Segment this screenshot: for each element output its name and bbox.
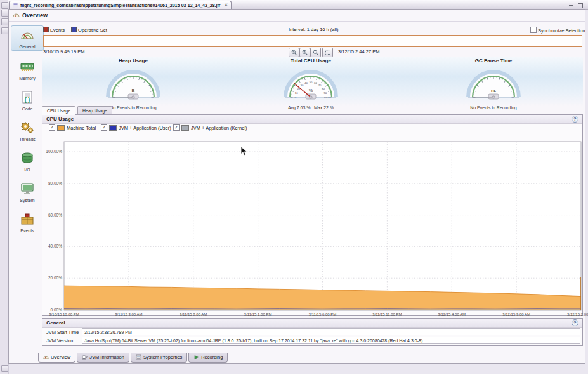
svg-text:B: B (131, 88, 134, 93)
zoom-in-icon (302, 50, 308, 56)
svg-text:30: 30 (301, 84, 304, 87)
zoom-selection-button[interactable] (310, 48, 321, 57)
svg-text:90: 90 (323, 91, 327, 95)
synchronize-selection-checkbox[interactable] (530, 27, 537, 33)
trim-button-3[interactable] (1, 18, 8, 25)
zoom-out-button[interactable] (289, 48, 299, 57)
editor-tab[interactable]: flight_recording_comkabirasnippetstuning… (9, 1, 232, 9)
zoom-in-button[interactable] (299, 48, 310, 57)
jvm-start-time-field[interactable]: 3/12/15 2:38:36.789 PM (82, 328, 580, 335)
cpu-section-title: CPU Usage (46, 116, 74, 122)
sidebar-item-label: General (11, 44, 43, 49)
trim-button-1[interactable] (1, 2, 8, 9)
synchronize-selection-label: Synchronize Selection (538, 28, 585, 34)
svg-text:60.00%: 60.00% (48, 213, 62, 217)
general-section: General ? JVM Start Time 3/12/15 2:38:36… (42, 318, 583, 346)
svg-text:ns: ns (491, 88, 496, 93)
jvm-version-field[interactable]: Java HotSpot(TM) 64-Bit Server VM (25.25… (82, 337, 580, 344)
trim-button-2[interactable] (1, 10, 8, 17)
page-title: Overview (13, 11, 48, 18)
page-tabs: Overview JVM Information System Properti… (38, 353, 228, 363)
sidebar-item-io[interactable]: I/O (11, 149, 44, 174)
sidebar-item-code[interactable]: { } Code (11, 88, 44, 113)
sidebar-item-label: Memory (11, 76, 43, 81)
close-icon[interactable]: ✕ (225, 3, 228, 8)
trim-button-bottom[interactable] (1, 365, 8, 372)
sidebar-item-system[interactable]: System (11, 179, 44, 204)
total-cpu-usage-dial: % 0102030405060708090100 (273, 64, 349, 104)
threads-icon (20, 120, 35, 135)
memory-icon (20, 59, 35, 74)
tab-heap-usage[interactable]: Heap Usage (77, 106, 112, 115)
sidebar-item-threads[interactable]: Threads (11, 118, 44, 144)
help-icon[interactable]: ? (572, 319, 578, 326)
sidebar-item-label: Events (11, 229, 43, 233)
legend-machine-total: ✓ Machine Total (49, 124, 96, 131)
cpu-usage-chart[interactable]: 0.00%20.00%40.00%60.00%80.00%100.00%3/10… (45, 134, 588, 318)
tab-label: CPU Usage (47, 109, 70, 113)
svg-text:80: 80 (322, 87, 325, 90)
help-icon[interactable]: ? (572, 116, 578, 123)
jvm-user-checkbox[interactable]: ✓ (101, 124, 107, 131)
svg-text:100: 100 (324, 96, 329, 99)
tab-label: JVM Information (89, 354, 124, 360)
legend-label: JVM + Application (Kernel) (191, 125, 247, 131)
range-selector[interactable] (43, 35, 582, 47)
jmc-window: flight_recording_comkabirasnippetstuning… (0, 0, 588, 374)
tab-cpu-usage[interactable]: CPU Usage (42, 106, 75, 115)
range-start-label: 3/10/15 9:49:19 PM (43, 49, 84, 55)
sidebar-item-label: Code (11, 107, 43, 111)
code-icon: { } (20, 90, 35, 105)
tab-label: Recording (201, 354, 223, 360)
select-range-icon (325, 50, 331, 56)
tab-label: System Properties (143, 354, 182, 360)
operative-set-color-chip (71, 27, 77, 32)
fit-range-button[interactable] (322, 48, 333, 57)
trim-button-4[interactable] (1, 27, 8, 34)
svg-text:3/12/15 9:00 AM: 3/12/15 9:00 AM (502, 312, 530, 316)
sidebar-item-label: System (11, 198, 43, 203)
cpu-usage-section: CPU Usage ? ✓ Machine Total ✓ JVM + Appl… (42, 114, 583, 316)
gauge-title: Heap Usage (79, 58, 187, 63)
range-end-label: 3/12/15 2:44:27 PM (338, 49, 379, 55)
maximize-button[interactable] (577, 2, 583, 7)
jvm-version-label: JVM Version (46, 338, 73, 344)
gauge-status: No Events in Recording (440, 105, 547, 110)
mouse-cursor (240, 146, 248, 156)
jvm-kernel-checkbox[interactable]: ✓ (173, 124, 180, 131)
overview-icon (13, 11, 20, 18)
bottom-tab-overview[interactable]: Overview (38, 353, 75, 363)
bottom-tab-system-properties[interactable]: System Properties (131, 353, 187, 363)
sidebar-item-general[interactable]: General (11, 25, 44, 51)
title-divider (9, 21, 585, 22)
svg-text:0.00%: 0.00% (51, 307, 63, 312)
jfr-file-icon (13, 3, 18, 8)
general-section-header: General ? (42, 319, 582, 328)
gc-pause-time-gauge: GC Pause Time ns No Events in Recording (440, 58, 547, 110)
bottom-tab-jvm-information[interactable]: JVM Information (77, 353, 129, 363)
overview-tab-icon (43, 354, 49, 360)
svg-text:3/12/15 4:00 AM: 3/12/15 4:00 AM (438, 312, 466, 316)
bottom-tab-recording[interactable]: Recording (188, 353, 228, 363)
svg-text:3/11/15 3:00 AM: 3/11/15 3:00 AM (115, 312, 142, 316)
gc-pause-time-dial: ns (455, 64, 532, 104)
jvm-user-swatch (109, 125, 117, 131)
svg-text:50: 50 (310, 81, 313, 84)
svg-text:20.00%: 20.00% (48, 276, 62, 280)
sidebar-item-memory[interactable]: Memory (11, 57, 44, 83)
gauge-status: Avg 7.63 % Max 22 % (257, 105, 365, 110)
legend-jvm-user: ✓ JVM + Application (User) (101, 124, 171, 131)
system-icon (20, 181, 35, 196)
svg-text:3/11/15 6:00 PM: 3/11/15 6:00 PM (309, 312, 337, 316)
zoom-out-icon (291, 50, 297, 56)
machine-total-checkbox[interactable]: ✓ (49, 124, 55, 131)
total-cpu-usage-gauge: Total CPU Usage % 0102030405060708090100… (257, 58, 365, 110)
io-icon (20, 150, 35, 166)
machine-total-swatch (57, 125, 65, 131)
minimize-button[interactable] (568, 2, 574, 7)
jvm-start-time-label: JVM Start Time (46, 330, 79, 335)
recording-tab-icon (193, 354, 199, 360)
sidebar-item-events[interactable]: Events (11, 210, 44, 235)
gauge-title: Total CPU Usage (257, 58, 365, 63)
tab-label: Heap Usage (82, 109, 107, 113)
